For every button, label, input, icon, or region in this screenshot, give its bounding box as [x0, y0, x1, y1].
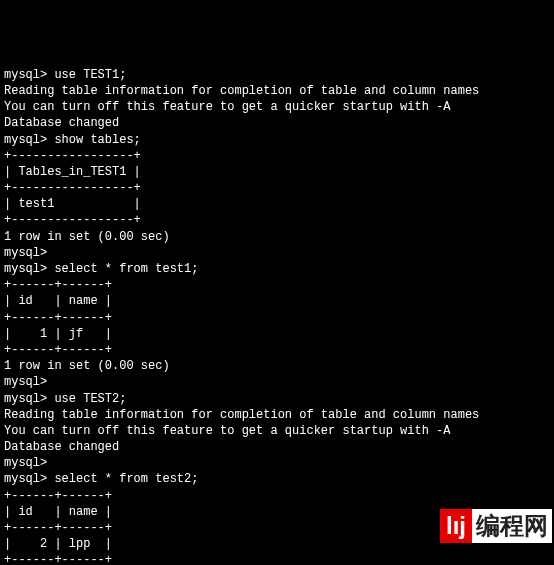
- output-line: You can turn off this feature to get a q…: [4, 99, 550, 115]
- output-line: mysql>: [4, 245, 550, 261]
- output-line: Database changed: [4, 439, 550, 455]
- output-line: | 1 | jf |: [4, 326, 550, 342]
- output-line: You can turn off this feature to get a q…: [4, 423, 550, 439]
- output-line: +------+------+: [4, 310, 550, 326]
- terminal-output[interactable]: mysql> use TEST1;Reading table informati…: [4, 67, 550, 565]
- output-line: mysql> show tables;: [4, 132, 550, 148]
- output-line: +------+------+: [4, 342, 550, 358]
- output-line: mysql> use TEST2;: [4, 391, 550, 407]
- output-line: | test1 |: [4, 196, 550, 212]
- output-line: | id | name |: [4, 293, 550, 309]
- watermark-text: 编程网: [472, 509, 552, 543]
- output-line: Database changed: [4, 115, 550, 131]
- output-line: mysql>: [4, 374, 550, 390]
- output-line: mysql> select * from test1;: [4, 261, 550, 277]
- output-line: 1 row in set (0.00 sec): [4, 229, 550, 245]
- output-line: +------+------+: [4, 277, 550, 293]
- output-line: mysql> use TEST1;: [4, 67, 550, 83]
- output-line: +-----------------+: [4, 180, 550, 196]
- output-line: +-----------------+: [4, 148, 550, 164]
- output-line: +------+------+: [4, 552, 550, 565]
- output-line: | Tables_in_TEST1 |: [4, 164, 550, 180]
- output-line: +-----------------+: [4, 212, 550, 228]
- watermark: lıj 编程网: [440, 509, 552, 543]
- watermark-logo-icon: lıj: [440, 509, 472, 543]
- output-line: Reading table information for completion…: [4, 83, 550, 99]
- output-line: mysql> select * from test2;: [4, 471, 550, 487]
- output-line: 1 row in set (0.00 sec): [4, 358, 550, 374]
- output-line: +------+------+: [4, 488, 550, 504]
- output-line: mysql>: [4, 455, 550, 471]
- output-line: Reading table information for completion…: [4, 407, 550, 423]
